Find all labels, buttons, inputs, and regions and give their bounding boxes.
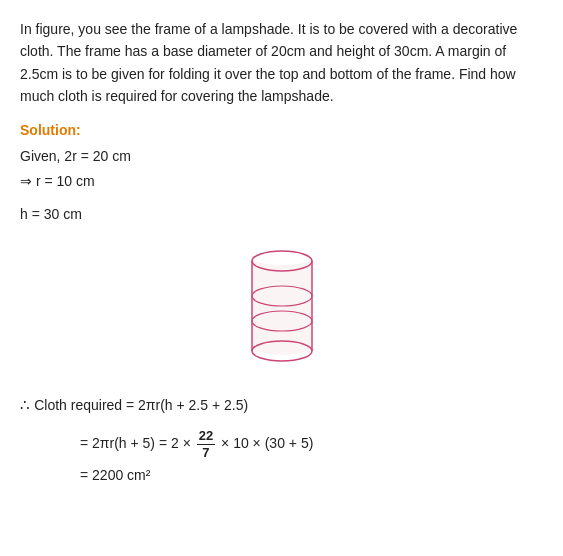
problem-text: In figure, you see the frame of a lampsh… bbox=[20, 18, 543, 108]
given-h: h = 30 cm bbox=[20, 202, 543, 227]
calc-line1: = 2πr(h + 5) = 2 × 22 7 × 10 × (30 + 5) bbox=[80, 428, 543, 460]
given-r: ⇒ r = 10 cm bbox=[20, 169, 543, 194]
fraction-denominator: 7 bbox=[200, 445, 211, 461]
cloth-required-section: ∴ Cloth required = 2πr(h + 2.5 + 2.5) bbox=[20, 391, 543, 418]
final-answer: = 2200 cm² bbox=[80, 467, 150, 483]
given-2r: Given, 2r = 20 cm bbox=[20, 144, 543, 169]
lampshade-diagram bbox=[227, 241, 337, 371]
given-section: Given, 2r = 20 cm ⇒ r = 10 cm bbox=[20, 144, 543, 194]
diagram-container bbox=[20, 241, 543, 371]
fraction-numerator: 22 bbox=[197, 428, 215, 445]
solution-label: Solution: bbox=[20, 122, 543, 138]
calculation-block: = 2πr(h + 5) = 2 × 22 7 × 10 × (30 + 5) … bbox=[80, 428, 543, 488]
calc-suffix: × 10 × (30 + 5) bbox=[221, 435, 313, 451]
therefore-symbol: ∴ bbox=[20, 396, 34, 413]
cloth-formula: Cloth required = 2πr(h + 2.5 + 2.5) bbox=[34, 397, 248, 413]
fraction-22-7: 22 7 bbox=[197, 428, 215, 460]
h-section: h = 30 cm bbox=[20, 202, 543, 227]
calc-line2: = 2200 cm² bbox=[80, 461, 543, 489]
calc-prefix: = 2πr(h + 5) = 2 × bbox=[80, 435, 191, 451]
